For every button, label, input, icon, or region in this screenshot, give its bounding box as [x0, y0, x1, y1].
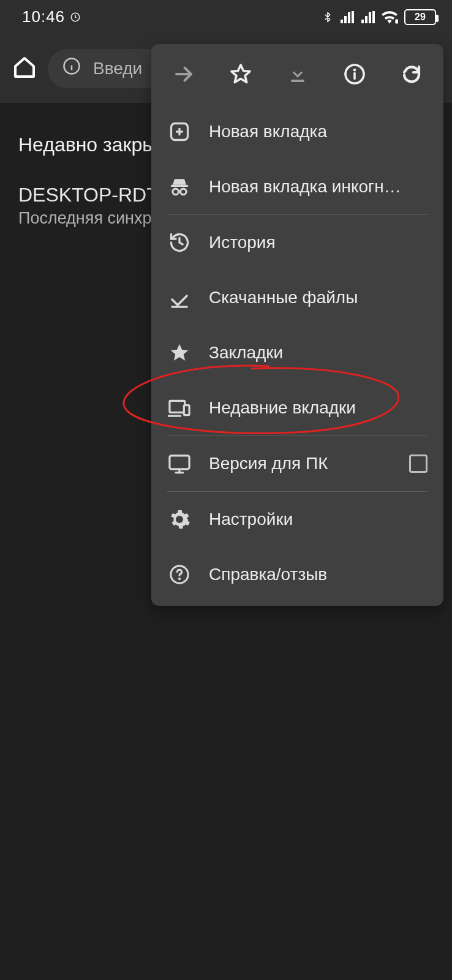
menu-desktop-site[interactable]: Версия для ПК — [151, 436, 443, 491]
menu-help[interactable]: Справка/отзыв — [151, 547, 443, 602]
help-icon — [167, 562, 192, 587]
desktop-site-checkbox[interactable] — [409, 454, 428, 473]
svg-rect-6 — [291, 80, 304, 82]
forward-button[interactable] — [159, 51, 208, 97]
menu-top-row — [151, 44, 443, 104]
bookmark-button[interactable] — [216, 51, 265, 97]
bluetooth-icon — [322, 9, 333, 25]
menu-item-label: Настройки — [209, 510, 428, 529]
svg-rect-18 — [170, 401, 185, 412]
menu-item-label: Версия для ПК — [209, 454, 403, 473]
svg-rect-21 — [170, 456, 189, 469]
history-icon — [167, 230, 192, 255]
bookmarks-icon — [167, 341, 192, 365]
menu-item-label: Новая вкладка — [209, 122, 428, 141]
menu-item-label: Новая вкладка инкогн… — [209, 177, 428, 197]
svg-point-15 — [181, 189, 187, 195]
overflow-menu: Новая вкладка Новая вкладка инкогн… Исто… — [151, 44, 443, 606]
wifi-icon — [381, 10, 398, 24]
new-tab-icon — [167, 119, 192, 144]
menu-incognito-tab[interactable]: Новая вкладка инкогн… — [151, 159, 443, 214]
menu-history[interactable]: История — [151, 215, 443, 270]
settings-icon — [167, 507, 192, 532]
status-bar: 10:46 29 — [0, 0, 452, 34]
status-time: 10:46 — [22, 7, 65, 26]
info-button[interactable] — [330, 51, 379, 97]
menu-item-label: История — [209, 233, 428, 252]
home-icon[interactable] — [12, 55, 37, 82]
menu-bookmarks[interactable]: Закладки — [151, 325, 443, 380]
battery-indicator: 29 — [404, 9, 436, 25]
download-button[interactable] — [273, 51, 322, 97]
signal-icon — [339, 10, 354, 24]
menu-settings[interactable]: Настройки — [151, 492, 443, 547]
menu-item-label: Справка/отзыв — [209, 565, 428, 584]
reload-button[interactable] — [387, 51, 436, 97]
recent-tabs-icon — [167, 396, 192, 420]
svg-rect-20 — [184, 405, 189, 415]
svg-rect-1 — [395, 19, 398, 23]
menu-recent-tabs[interactable]: Недавние вкладки — [151, 380, 443, 435]
incognito-icon — [167, 175, 192, 199]
timer-icon — [70, 12, 81, 23]
menu-item-label: Скачанные файлы — [209, 288, 428, 307]
menu-item-label: Закладки — [209, 343, 428, 363]
svg-point-14 — [173, 189, 179, 195]
svg-rect-13 — [171, 185, 189, 187]
battery-level: 29 — [415, 12, 426, 23]
signal-icon-2 — [360, 10, 375, 24]
info-icon — [62, 57, 81, 80]
menu-downloads[interactable]: Скачанные файлы — [151, 270, 443, 325]
desktop-icon — [167, 451, 192, 476]
downloads-icon — [167, 285, 192, 310]
menu-item-label: Недавние вкладки — [209, 398, 428, 418]
menu-new-tab[interactable]: Новая вкладка — [151, 104, 443, 159]
address-placeholder: Введи — [93, 59, 142, 78]
